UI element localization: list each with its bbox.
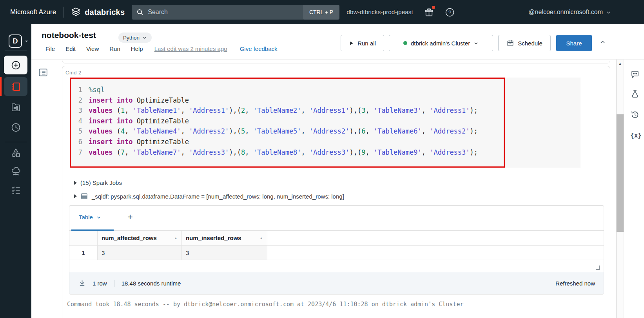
spark-jobs-toggle[interactable]: (15) Spark Jobs (74, 179, 610, 186)
code-line[interactable]: 2insert into OptimizeTable (70, 95, 581, 106)
repos-icon (11, 102, 21, 112)
code-line[interactable]: 1%sql (70, 85, 581, 95)
variables-icon: {x} (630, 132, 642, 139)
menu-run[interactable]: Run (109, 45, 120, 52)
right-sidebar: {x} (625, 60, 644, 318)
line-number: 5 (73, 126, 82, 137)
active-indicator (0, 77, 2, 96)
notification-dot (432, 6, 435, 9)
brand-name: databricks (85, 8, 125, 17)
gift-icon[interactable] (424, 7, 434, 17)
runtime-label: 18.48 seconds runtime (114, 280, 181, 287)
topbar-divider (63, 7, 63, 18)
spark-jobs-label: (15) Spark Jobs (80, 179, 122, 186)
databricks-logo-icon (71, 7, 81, 18)
experiments-button[interactable] (630, 89, 640, 99)
flask-icon (630, 89, 640, 99)
code-line[interactable]: 4insert into OptimizeTable (70, 116, 581, 126)
notebook-cell: Cmd 2 1%sql2insert into OptimizeTable3va… (62, 66, 610, 318)
header-num-inserted-rows[interactable]: num_inserted_rows ▲ (182, 231, 267, 245)
clock-icon (11, 122, 21, 133)
menu-help[interactable]: Help (131, 45, 143, 52)
give-feedback-link[interactable]: Give feedback (240, 45, 278, 52)
tab-table[interactable]: Table (79, 214, 101, 220)
topbar: Microsoft Azure databricks Search CTRL +… (0, 0, 644, 24)
workspace-switcher-icon: D (9, 34, 22, 48)
workspace-name: dbw-dtbricks-prod-jpeast (346, 9, 413, 16)
chevron-up-icon (600, 39, 606, 45)
header-index-cell (69, 231, 98, 245)
comments-button[interactable] (630, 70, 640, 79)
sidebar-item-workflows[interactable] (11, 185, 21, 195)
line-number: 3 (73, 105, 82, 116)
last-edit-link[interactable]: Last edit was 2 minutes ago (154, 45, 227, 52)
resize-handle[interactable] (596, 266, 600, 270)
code-line[interactable]: 5values (4, 'TableName4', 'Address2'),(5… (70, 126, 581, 137)
sidebar-item-recents[interactable] (11, 122, 21, 133)
add-visualization-button[interactable]: + (127, 211, 133, 222)
schedule-button[interactable]: Schedule (498, 35, 551, 51)
row-count: 1 row (93, 280, 107, 287)
collapse-header-button[interactable] (600, 39, 606, 45)
code-line[interactable]: 6insert into OptimizeTable (70, 137, 581, 147)
cluster-label: dtbrick admin's Cluster (411, 40, 470, 47)
menu-file[interactable]: File (45, 45, 55, 52)
line-number: 6 (73, 137, 82, 147)
cluster-selector[interactable]: dtbrick admin's Cluster (389, 35, 493, 51)
sidebar-item-notebooks[interactable] (4, 77, 27, 96)
account-menu[interactable]: @nelcoer.onmicrosoft.com (528, 9, 611, 16)
sort-icon[interactable]: ▲ (259, 236, 263, 240)
sort-icon[interactable]: ▲ (174, 236, 178, 240)
cell-command-label: Cmd 2 (65, 70, 610, 76)
sidebar-item-data[interactable] (11, 148, 21, 158)
row-index-cell: 1 (69, 246, 98, 260)
checklist-icon (11, 185, 21, 195)
menu-view[interactable]: View (86, 45, 99, 52)
sidebar-divider (5, 142, 27, 142)
expand-arrow-icon (74, 194, 77, 198)
chevron-down-icon (24, 39, 29, 43)
sqldf-label: _sqldf: pyspark.sql.dataframe.DataFrame … (92, 193, 344, 200)
header-num-affected-rows[interactable]: num_affected_rows ▲ (98, 231, 182, 245)
download-button[interactable] (78, 279, 86, 287)
line-number: 7 (73, 147, 82, 158)
variables-button[interactable]: {x} (630, 132, 642, 139)
line-number: 1 (73, 85, 82, 95)
search-input[interactable]: Search CTRL + P (132, 5, 339, 20)
sqldf-toggle[interactable]: _sqldf: pyspark.sql.dataframe.DataFrame … (74, 192, 610, 200)
account-email: @nelcoer.onmicrosoft.com (528, 9, 603, 16)
list-icon (38, 67, 48, 78)
menu-edit[interactable]: Edit (65, 45, 76, 52)
vertical-scrollbar[interactable]: ▲ (616, 60, 624, 318)
share-label: Share (566, 40, 582, 47)
sidebar-item-workspace-switcher[interactable]: D (9, 34, 29, 48)
run-all-button[interactable]: Run all (341, 35, 384, 51)
sidebar-item-create[interactable] (4, 56, 27, 74)
dataframe-icon (80, 192, 88, 200)
cluster-status-icon (403, 41, 407, 45)
svg-text:?: ? (448, 9, 451, 15)
scrollbar-thumb[interactable] (617, 114, 624, 232)
scroll-up-arrow[interactable]: ▲ (617, 61, 624, 66)
play-icon (349, 41, 354, 46)
left-sidebar: D (0, 24, 31, 318)
help-icon[interactable]: ? (445, 7, 455, 17)
table-header-row: num_affected_rows ▲ num_inserted_rows ▲ (69, 231, 604, 246)
language-selector[interactable]: Python (118, 33, 152, 43)
expand-arrow-icon (74, 181, 77, 185)
share-button[interactable]: Share (556, 35, 592, 51)
result-footer: 1 row 18.48 seconds runtime Refreshed no… (69, 272, 604, 294)
sidebar-item-repos[interactable] (11, 102, 21, 112)
code-line[interactable]: 7values (7, 'TableName7', 'Address3'),(8… (70, 147, 581, 158)
schedule-label: Schedule (518, 40, 542, 47)
result-panel: Table + num_affected_rows ▲ num_inserted… (69, 205, 604, 295)
sidebar-item-compute[interactable] (11, 166, 21, 177)
result-resize-area (69, 260, 604, 272)
revision-history-button[interactable] (630, 110, 640, 119)
previous-cell-edge[interactable] (62, 60, 610, 63)
search-shortcut-chip: CTRL + P (303, 5, 339, 20)
code-editor[interactable]: 1%sql2insert into OptimizeTable3values (… (70, 78, 581, 168)
table-of-contents-button[interactable] (38, 67, 48, 78)
cloud-compute-icon (11, 166, 21, 177)
code-line[interactable]: 3values (1, 'TableName1', 'Address1'),(2… (70, 105, 581, 116)
